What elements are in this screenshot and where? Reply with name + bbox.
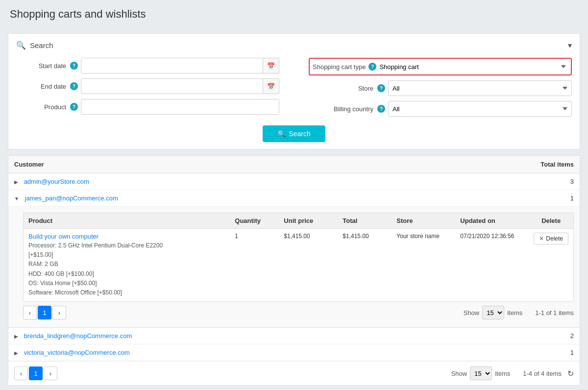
table-row[interactable]: ▼ james_pan@nopCommerce.com 1 bbox=[8, 190, 580, 207]
row2-customer-link[interactable]: james_pan@nopCommerce.com bbox=[25, 195, 118, 202]
outer-next-button[interactable]: › bbox=[44, 366, 57, 380]
product-label: Product bbox=[16, 103, 70, 111]
end-date-calendar-button[interactable]: 📅 bbox=[263, 78, 279, 94]
product-unit-price: $1,415.00 bbox=[279, 229, 338, 302]
inner-page-1-button[interactable]: 1 bbox=[38, 306, 51, 319]
row2-toggle-icon: ▼ bbox=[14, 196, 19, 201]
search-chevron-icon: ▾ bbox=[568, 41, 572, 50]
search-button[interactable]: 🔍 Search bbox=[263, 125, 325, 142]
end-date-help-icon[interactable]: ? bbox=[70, 82, 78, 90]
inner-col-total: Total bbox=[338, 213, 392, 229]
row2-total-items: 1 bbox=[521, 190, 580, 207]
row3-toggle-icon: ▶ bbox=[14, 334, 18, 339]
cart-type-group: Shopping cart type ? Shopping cart Wishl… bbox=[309, 58, 572, 75]
search-panel: 🔍 Search ▾ Start date ? 📅 bbox=[8, 33, 580, 149]
product-updated-on: 07/21/2020 12:36:56 bbox=[455, 229, 529, 302]
inner-page-controls: ‹ 1 › bbox=[23, 306, 66, 319]
search-header-label: Search bbox=[30, 41, 53, 49]
product-link[interactable]: Build your own computer bbox=[28, 233, 98, 240]
inner-items-label: items bbox=[507, 309, 522, 317]
product-help-icon[interactable]: ? bbox=[70, 103, 78, 111]
cart-type-select[interactable]: Shopping cart Wishlist bbox=[379, 60, 568, 73]
product-quantity: 1 bbox=[230, 229, 279, 302]
expanded-row: Product Quantity Unit price Total Store … bbox=[8, 207, 580, 328]
inner-table: Product Quantity Unit price Total Store … bbox=[23, 213, 574, 302]
results-table: Customer Total items ▶ admin@yourStore.c… bbox=[8, 156, 580, 361]
row4-total-items: 1 bbox=[521, 344, 580, 361]
start-date-help-icon[interactable]: ? bbox=[70, 62, 78, 70]
inner-table-row: Build your own computer Processor: 2.5 G… bbox=[24, 229, 574, 302]
store-label: Store bbox=[309, 85, 377, 92]
billing-country-help-icon[interactable]: ? bbox=[377, 105, 385, 113]
outer-items-label: items bbox=[495, 370, 510, 377]
results-panel: Customer Total items ▶ admin@yourStore.c… bbox=[8, 155, 580, 386]
start-date-calendar-button[interactable]: 📅 bbox=[263, 58, 279, 73]
delete-button[interactable]: ✕ Delete bbox=[534, 233, 568, 244]
inner-col-updated-on: Updated on bbox=[455, 213, 529, 229]
search-header[interactable]: 🔍 Search ▾ bbox=[16, 41, 572, 50]
table-row[interactable]: ▶ victoria_victoria@nopCommerce.com 1 bbox=[8, 344, 580, 361]
row4-toggle-icon: ▶ bbox=[14, 350, 18, 356]
inner-show-select[interactable]: 15 25 50 bbox=[482, 306, 504, 319]
inner-show-label: Show bbox=[464, 309, 480, 317]
row3-customer-link[interactable]: brenda_lindgren@nopCommerce.com bbox=[24, 332, 132, 340]
outer-pagination: ‹ 1 › Show 15 25 50 items 1-4 of 4 items… bbox=[8, 361, 580, 385]
table-row[interactable]: ▶ admin@yourStore.com 3 bbox=[8, 173, 580, 190]
search-button-label: Search bbox=[289, 130, 310, 138]
inner-prev-button[interactable]: ‹ bbox=[23, 306, 37, 319]
inner-col-delete: Delete bbox=[529, 213, 573, 229]
row4-customer-link[interactable]: victoria_victoria@nopCommerce.com bbox=[24, 349, 130, 356]
product-total: $1,415.00 bbox=[338, 229, 392, 302]
col-total-items: Total items bbox=[521, 156, 580, 173]
end-date-group: End date ? 📅 bbox=[16, 78, 279, 94]
page-header: Shopping carts and wishlists bbox=[0, 0, 588, 28]
end-date-input[interactable] bbox=[81, 78, 263, 94]
outer-show-label: Show bbox=[451, 370, 467, 377]
store-help-icon[interactable]: ? bbox=[377, 84, 385, 92]
billing-country-select[interactable]: All bbox=[388, 101, 572, 117]
inner-pagination: ‹ 1 › Show 15 25 50 bbox=[23, 302, 574, 321]
billing-country-group: Billing country ? All bbox=[309, 101, 572, 117]
inner-col-product: Product bbox=[24, 213, 230, 229]
inner-next-button[interactable]: › bbox=[52, 306, 66, 319]
delete-label: Delete bbox=[546, 235, 563, 242]
page-title: Shopping carts and wishlists bbox=[10, 8, 578, 21]
row1-total-items: 3 bbox=[521, 173, 580, 190]
outer-page-1-button[interactable]: 1 bbox=[29, 366, 43, 380]
table-row[interactable]: ▶ brenda_lindgren@nopCommerce.com 2 bbox=[8, 328, 580, 344]
product-description: Processor: 2.5 GHz Intel Pentium Dual-Co… bbox=[28, 241, 225, 297]
start-date-group: Start date ? 📅 bbox=[16, 58, 279, 73]
col-customer: Customer bbox=[8, 156, 521, 173]
row1-customer-link[interactable]: admin@yourStore.com bbox=[24, 178, 89, 185]
start-date-label: Start date bbox=[16, 62, 70, 70]
row1-toggle-icon: ▶ bbox=[14, 179, 18, 185]
cart-type-help-icon[interactable]: ? bbox=[368, 63, 376, 71]
product-group: Product ? bbox=[16, 99, 279, 115]
inner-col-unit-price: Unit price bbox=[279, 213, 338, 229]
cart-type-label: Shopping cart type bbox=[313, 63, 368, 71]
delete-x-icon: ✕ bbox=[539, 235, 544, 242]
outer-items-count: 1-4 of 4 items bbox=[523, 370, 562, 377]
product-input[interactable] bbox=[81, 99, 279, 115]
store-select[interactable]: All bbox=[388, 80, 572, 96]
inner-items-count: 1-1 of 1 items bbox=[535, 309, 574, 317]
search-header-icon: 🔍 bbox=[16, 41, 26, 50]
start-date-input[interactable] bbox=[81, 58, 263, 73]
refresh-button[interactable]: ↻ bbox=[567, 369, 574, 378]
search-button-icon: 🔍 bbox=[277, 130, 286, 138]
outer-page-controls: ‹ 1 › bbox=[14, 366, 57, 380]
inner-col-quantity: Quantity bbox=[230, 213, 279, 229]
product-store: Your store name bbox=[392, 229, 455, 302]
row3-total-items: 2 bbox=[521, 328, 580, 344]
end-date-label: End date bbox=[16, 83, 70, 90]
outer-show-select[interactable]: 15 25 50 bbox=[470, 366, 492, 380]
outer-prev-button[interactable]: ‹ bbox=[14, 366, 28, 380]
inner-col-store: Store bbox=[392, 213, 455, 229]
billing-country-label: Billing country bbox=[309, 105, 377, 113]
store-group: Store ? All bbox=[309, 80, 572, 96]
